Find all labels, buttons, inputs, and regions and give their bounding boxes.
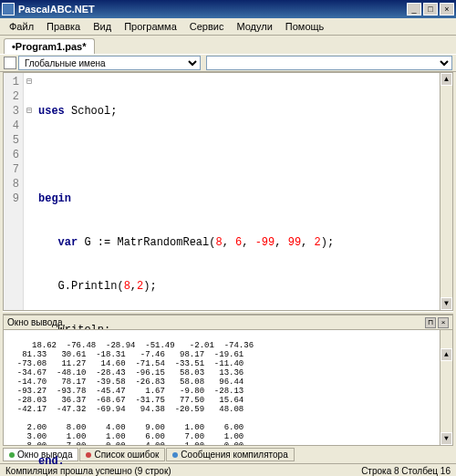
editor-scrollbar[interactable]: ▲ ▼ — [440, 73, 452, 310]
window-title: PascalABC.NET — [18, 4, 405, 15]
dot-icon — [9, 452, 15, 458]
members-combo[interactable] — [206, 56, 452, 70]
menu-modules[interactable]: Модули — [231, 19, 277, 34]
fold-gutter: ⊟ ⊟ — [24, 73, 35, 310]
line-gutter: 123 456 789 — [4, 73, 24, 310]
output-panel[interactable]: 18.62 -76.48 -28.94 -51.49 -2.01 -74.36 … — [3, 329, 453, 446]
navigator-bar: Глобальные имена — [0, 54, 456, 72]
tab-label: •Program1.pas* — [12, 41, 87, 52]
scroll-down-icon[interactable]: ▼ — [440, 297, 452, 310]
scroll-up-icon[interactable]: ▲ — [440, 73, 452, 86]
menu-service[interactable]: Сервис — [184, 19, 230, 34]
fold-icon[interactable]: ⊟ — [24, 104, 35, 119]
menu-help[interactable]: Помощь — [280, 19, 330, 34]
fold-icon[interactable]: ⊟ — [24, 75, 35, 89]
document-tab-bar: •Program1.pas* — [0, 36, 456, 54]
menu-edit[interactable]: Правка — [41, 19, 86, 34]
output-scrollbar[interactable]: ▲ ▼ — [440, 330, 452, 445]
minimize-button[interactable]: _ — [407, 3, 421, 16]
output-text: 18.62 -76.48 -28.94 -51.49 -2.01 -74.36 … — [7, 341, 254, 446]
menu-bar: Файл Правка Вид Программа Сервис Модули … — [0, 18, 456, 36]
code-area[interactable]: uses School; begin var G := MatrRandomRe… — [35, 73, 452, 310]
app-icon — [2, 3, 15, 16]
menu-view[interactable]: Вид — [88, 19, 117, 34]
close-button[interactable]: × — [440, 3, 454, 16]
maximize-button[interactable]: □ — [423, 3, 438, 16]
title-bar: PascalABC.NET _ □ × — [0, 0, 456, 18]
menu-program[interactable]: Программа — [119, 19, 182, 34]
scroll-up-icon[interactable]: ▲ — [440, 348, 452, 361]
menu-file[interactable]: Файл — [4, 19, 39, 34]
nav-icon[interactable] — [4, 57, 16, 69]
scroll-down-icon[interactable]: ▼ — [440, 432, 452, 445]
code-editor[interactable]: 123 456 789 ⊟ ⊟ uses School; begin var G… — [3, 72, 453, 311]
globals-combo[interactable]: Глобальные имена — [18, 56, 201, 70]
tab-program1[interactable]: •Program1.pas* — [4, 38, 95, 54]
